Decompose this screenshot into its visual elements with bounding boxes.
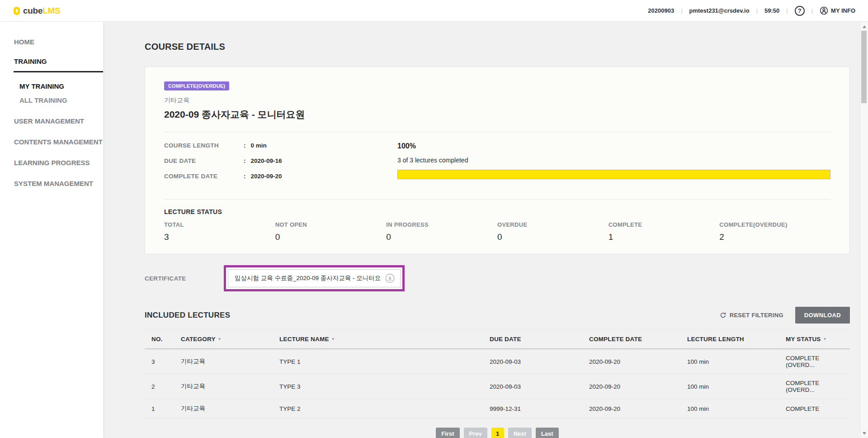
user-icon	[820, 6, 828, 15]
sort-down-icon: ▼	[218, 337, 222, 341]
cell-complete-date: 2020-09-20	[585, 349, 684, 374]
column-lecture-name[interactable]: LECTURE NAME▼	[276, 330, 486, 349]
lecture-status-title: LECTURE STATUS	[164, 208, 830, 215]
header-date: 20200903	[648, 7, 674, 14]
course-length-value: 0 min	[251, 142, 267, 149]
cell-due-date: 2020-09-03	[486, 374, 585, 399]
table-row: 1 기타교육 TYPE 2 9999-12-31 2020-09-20 100 …	[145, 399, 850, 419]
logo-cube-text: cube	[23, 6, 42, 15]
complete-date-row: COMPLETE DATE : 2020-09-20	[164, 173, 397, 188]
session-timer: 59:50	[764, 7, 779, 14]
colon: :	[244, 142, 246, 149]
cell-category: 기타교육	[177, 374, 276, 399]
scroll-down-icon[interactable]	[860, 429, 868, 437]
cell-lecture-name: TYPE 2	[276, 399, 486, 419]
certificate-label: CERTIFICATE	[145, 275, 224, 282]
stat-value: 0	[386, 232, 497, 242]
my-info-button[interactable]: MY INFO	[820, 6, 855, 15]
column-lecture-length: LECTURE LENGTH	[684, 330, 782, 349]
progress-text: 3 of 3 lectures completed	[397, 157, 830, 164]
column-due-date: DUE DATE	[486, 330, 585, 349]
stat-complete-overdue: COMPLETE(OVERDUE) 2	[719, 221, 830, 242]
cell-category: 기타교육	[177, 399, 276, 419]
sidebar-item-training[interactable]: TRAINING	[0, 57, 103, 65]
cell-lecture-name: TYPE 3	[276, 374, 486, 399]
cell-no: 1	[145, 399, 177, 419]
progress-bar	[397, 170, 830, 179]
stat-label: OVERDUE	[497, 221, 609, 228]
sort-down-icon: ▼	[331, 337, 335, 341]
stat-label: TOTAL	[164, 221, 275, 228]
sidebar-item-contents-management[interactable]: CONTENTS MANAGEMENT	[0, 138, 103, 146]
stat-in-progress: IN PROGRESS 0	[386, 221, 497, 242]
column-category[interactable]: CATEGORY▼	[177, 330, 276, 349]
cell-lecture-length: 100 min	[684, 349, 782, 374]
pagination-next-button[interactable]: Next	[508, 428, 532, 438]
help-icon[interactable]: ?	[795, 6, 805, 16]
active-section-underline	[14, 71, 103, 72]
column-my-status-label: MY STATUS	[786, 336, 821, 343]
page-title: COURSE DETAILS	[145, 42, 850, 52]
table-header-row: NO. CATEGORY▼ LECTURE NAME▼ DUE DATE COM…	[145, 330, 850, 349]
certificate-highlight-box: 임상시험 교육 수료증_2020-09 종사자교육 - 모니터요...	[224, 265, 405, 291]
app-logo[interactable]: cubeLMS	[14, 6, 60, 16]
due-date-label: DUE DATE	[164, 157, 244, 164]
pagination-current-page[interactable]: 1	[491, 428, 504, 438]
cell-complete-date: 2020-09-20	[585, 399, 684, 419]
header-separator: |	[756, 7, 758, 14]
cube-logo-icon	[14, 7, 20, 15]
download-button[interactable]: DOWNLOAD	[795, 307, 850, 324]
cell-no: 3	[145, 349, 177, 374]
sidebar-item-system-management[interactable]: SYSTEM MANAGEMENT	[0, 180, 103, 187]
sidebar-nav: HOME TRAINING MY TRAINING ALL TRAINING U…	[0, 22, 103, 438]
my-info-label: MY INFO	[831, 7, 855, 14]
sidebar-item-all-training[interactable]: ALL TRAINING	[0, 96, 103, 104]
cell-due-date: 2020-09-03	[486, 349, 585, 374]
download-icon[interactable]	[385, 273, 395, 283]
app-logo-text: cubeLMS	[23, 6, 60, 16]
pagination-last-button[interactable]: Last	[536, 428, 559, 438]
due-date-row: DUE DATE : 2020-09-16	[164, 157, 397, 173]
course-summary-card: COMPLETE(OVERDUE) 기타교육 2020-09 종사자교육 - 모…	[145, 67, 850, 254]
scroll-up-icon[interactable]	[860, 23, 868, 30]
main-content: COURSE DETAILS COMPLETE(OVERDUE) 기타교육 20…	[103, 22, 860, 438]
top-header: cubeLMS 20200903 | pmtest231@crsdev.io |…	[0, 0, 868, 22]
cell-lecture-name: TYPE 1	[276, 349, 486, 374]
included-lectures-title: INCLUDED LECTURES	[145, 311, 230, 320]
cell-complete-date: 2020-09-20	[585, 374, 684, 399]
due-date-value: 2020-09-16	[251, 157, 282, 164]
table-row: 2 기타교육 TYPE 3 2020-09-03 2020-09-20 100 …	[145, 374, 850, 399]
course-status-badge: COMPLETE(OVERDUE)	[164, 81, 229, 90]
cell-due-date: 9999-12-31	[486, 399, 585, 419]
stat-complete: COMPLETE 1	[609, 221, 720, 242]
sidebar-item-learning-progress[interactable]: LEARNING PROGRESS	[0, 159, 103, 167]
column-no: NO.	[145, 330, 177, 349]
stat-not-open: NOT OPEN 0	[275, 221, 387, 242]
sort-down-icon: ▼	[823, 337, 827, 341]
sidebar-item-user-management[interactable]: USER MANAGEMENT	[0, 117, 103, 125]
sidebar-item-my-training[interactable]: MY TRAINING	[0, 82, 103, 90]
header-separator: |	[681, 7, 682, 14]
stat-value: 0	[497, 232, 609, 242]
stat-value: 2	[719, 232, 830, 242]
course-length-label: COURSE LENGTH	[164, 142, 244, 149]
header-separator: |	[786, 7, 788, 14]
vertical-scrollbar[interactable]	[860, 22, 868, 438]
cell-lecture-length: 100 min	[684, 399, 782, 419]
certificate-download-chip[interactable]: 임상시험 교육 수료증_2020-09 종사자교육 - 모니터요...	[228, 269, 401, 287]
included-lectures-table: NO. CATEGORY▼ LECTURE NAME▼ DUE DATE COM…	[145, 330, 850, 419]
stat-label: COMPLETE	[609, 221, 720, 228]
scrollbar-thumb[interactable]	[861, 31, 867, 103]
pagination-first-button[interactable]: First	[436, 428, 459, 438]
table-row: 3 기타교육 TYPE 1 2020-09-03 2020-09-20 100 …	[145, 349, 850, 374]
reset-filtering-button[interactable]: RESET FILTERING	[720, 312, 783, 319]
stat-value: 3	[164, 232, 275, 242]
header-separator: |	[811, 7, 813, 14]
course-category: 기타교육	[164, 96, 830, 105]
progress-percent: 100%	[397, 142, 830, 150]
card-divider	[164, 132, 830, 132]
column-my-status[interactable]: MY STATUS▼	[782, 330, 850, 349]
pagination-prev-button[interactable]: Prev	[464, 428, 487, 438]
stat-label: IN PROGRESS	[386, 221, 497, 228]
sidebar-item-home[interactable]: HOME	[0, 38, 103, 46]
